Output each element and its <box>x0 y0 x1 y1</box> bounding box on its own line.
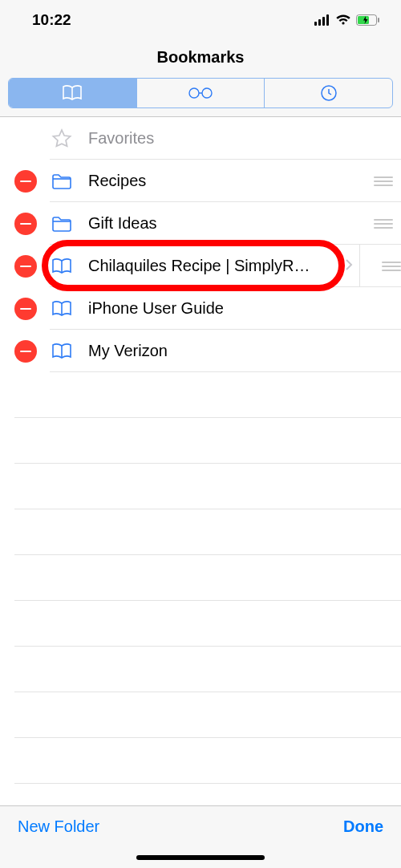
svg-rect-0 <box>314 22 317 26</box>
bookmark-icon <box>50 297 74 321</box>
svg-rect-2 <box>322 17 325 26</box>
svg-rect-5 <box>358 16 369 24</box>
row-label: My Verizon <box>88 342 401 360</box>
cellular-icon <box>314 14 330 26</box>
status-right <box>314 14 380 26</box>
delete-button[interactable] <box>14 340 37 363</box>
tab-reading-list[interactable] <box>136 79 265 107</box>
book-icon <box>62 84 83 102</box>
delete-button[interactable] <box>14 255 37 278</box>
new-folder-button[interactable]: New Folder <box>18 817 99 836</box>
svg-point-7 <box>189 88 199 98</box>
svg-rect-1 <box>318 19 321 26</box>
home-indicator[interactable] <box>136 855 265 860</box>
bottom-toolbar: New Folder Done <box>0 805 401 868</box>
reorder-handle[interactable] <box>372 219 401 229</box>
status-bar: 10:22 <box>0 0 401 40</box>
folder-icon <box>50 169 74 193</box>
delete-button[interactable] <box>14 298 37 320</box>
star-icon <box>50 127 74 151</box>
reorder-handle[interactable] <box>372 176 401 186</box>
done-button[interactable]: Done <box>343 817 383 836</box>
svg-rect-6 <box>378 18 379 22</box>
status-time: 10:22 <box>32 11 314 29</box>
row-gift-ideas[interactable]: Gift Ideas <box>0 202 401 245</box>
svg-point-8 <box>202 88 212 98</box>
reorder-handle[interactable] <box>359 245 401 287</box>
bookmark-icon <box>50 254 74 278</box>
tab-bookmarks[interactable] <box>9 79 136 107</box>
row-label: Favorites <box>88 129 401 148</box>
row-favorites[interactable]: Favorites <box>0 117 401 160</box>
tab-bar <box>0 78 401 116</box>
empty-list-area <box>0 372 401 784</box>
row-recipes[interactable]: Recipes <box>0 160 401 202</box>
clock-icon <box>320 84 338 102</box>
row-label: iPhone User Guide <box>88 299 401 318</box>
tab-history[interactable] <box>264 79 392 107</box>
row-label: Recipes <box>88 172 372 190</box>
row-label: Gift Ideas <box>88 214 372 233</box>
delete-button[interactable] <box>14 213 37 235</box>
svg-rect-3 <box>326 14 329 26</box>
bookmark-icon <box>50 339 74 363</box>
page-title: Bookmarks <box>0 40 401 78</box>
wifi-icon <box>335 14 351 26</box>
folder-icon <box>50 212 74 236</box>
row-chilaquiles[interactable]: Chilaquiles Recipe | SimplyRe... <box>0 245 401 287</box>
chevron-right-icon <box>345 258 353 274</box>
delete-button[interactable] <box>14 170 37 193</box>
row-label: Chilaquiles Recipe | SimplyRe... <box>88 257 321 275</box>
row-iphone-guide[interactable]: iPhone User Guide <box>0 287 401 330</box>
glasses-icon <box>187 87 214 99</box>
bookmarks-list: Favorites Recipes Gift Ideas Chilaquiles… <box>0 117 401 784</box>
battery-charging-icon <box>356 14 380 26</box>
row-my-verizon[interactable]: My Verizon <box>0 330 401 372</box>
